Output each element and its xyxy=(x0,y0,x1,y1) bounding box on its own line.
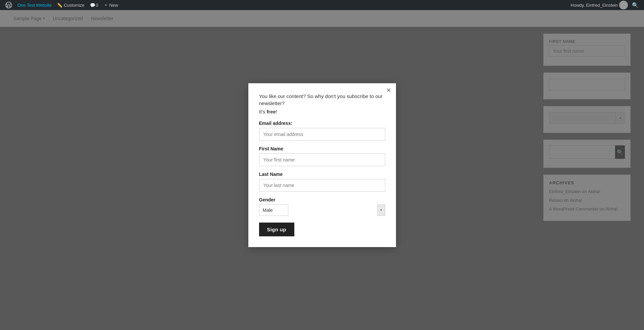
howdy-text: Howdy, Einfred_Einstein xyxy=(571,3,618,8)
site-name-button[interactable]: One Test Website xyxy=(15,0,54,10)
email-label: Email address: xyxy=(259,121,385,126)
comments-button[interactable]: 💬 0 xyxy=(87,0,101,10)
gender-label: Gender xyxy=(259,197,385,202)
first-name-label: First Name xyxy=(259,146,385,151)
last-name-label: Last Name xyxy=(259,172,385,177)
modal-headline: You like our content? So why don't you s… xyxy=(259,93,385,107)
admin-search-icon[interactable]: 🔍 xyxy=(629,2,641,8)
admin-bar: One Test Website ✏️ Customize 💬 0 ＋ New … xyxy=(0,0,644,10)
subline-bold: free xyxy=(266,109,276,114)
modal-close-button[interactable]: ✕ xyxy=(386,87,391,93)
newsletter-modal: ✕ You like our content? So why don't you… xyxy=(248,83,396,247)
new-content-button[interactable]: ＋ New xyxy=(101,0,121,10)
wp-logo-button[interactable] xyxy=(3,0,15,10)
subline-prefix: It's xyxy=(259,109,267,114)
first-name-input[interactable] xyxy=(259,153,385,166)
close-icon: ✕ xyxy=(386,87,391,94)
chevron-down-icon: ▾ xyxy=(377,204,385,216)
email-input[interactable] xyxy=(259,128,385,141)
avatar xyxy=(619,1,628,9)
modal-subline: It's free! xyxy=(259,109,385,114)
last-name-input[interactable] xyxy=(259,179,385,192)
gender-select[interactable]: Male Female Other xyxy=(259,204,288,216)
subline-suffix: ! xyxy=(276,109,277,114)
sign-up-button[interactable]: Sign up xyxy=(259,223,294,236)
customize-button[interactable]: ✏️ Customize xyxy=(54,0,87,10)
adminbar-right: Howdy, Einfred_Einstein 🔍 xyxy=(571,1,641,9)
gender-select-wrap: Male Female Other ▾ xyxy=(259,204,385,216)
modal-overlay: ✕ You like our content? So why don't you… xyxy=(0,0,644,330)
